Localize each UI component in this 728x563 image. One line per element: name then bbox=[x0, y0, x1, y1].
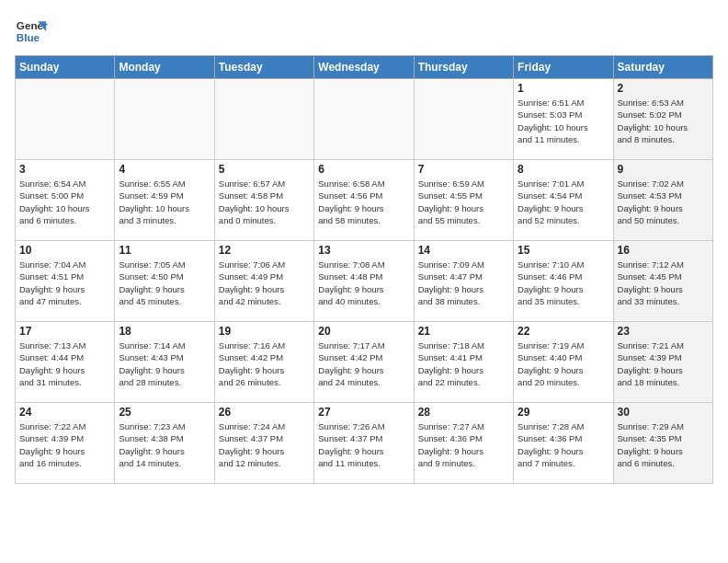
day-info: Sunrise: 7:27 AM Sunset: 4:36 PM Dayligh… bbox=[418, 420, 509, 469]
calendar-cell: 21Sunrise: 7:18 AM Sunset: 4:41 PM Dayli… bbox=[414, 322, 513, 403]
day-info: Sunrise: 7:28 AM Sunset: 4:36 PM Dayligh… bbox=[518, 420, 609, 469]
page-header: General Blue bbox=[15, 15, 713, 48]
calendar-cell: 17Sunrise: 7:13 AM Sunset: 4:44 PM Dayli… bbox=[16, 322, 115, 403]
calendar-cell bbox=[115, 79, 214, 160]
day-info: Sunrise: 7:04 AM Sunset: 4:51 PM Dayligh… bbox=[19, 259, 110, 307]
weekday-header-thursday: Thursday bbox=[414, 56, 513, 79]
day-number: 14 bbox=[418, 244, 509, 257]
weekday-header-saturday: Saturday bbox=[613, 56, 712, 79]
calendar-week-row: 24Sunrise: 7:22 AM Sunset: 4:39 PM Dayli… bbox=[16, 403, 713, 484]
calendar-cell bbox=[16, 79, 115, 160]
calendar-cell: 25Sunrise: 7:23 AM Sunset: 4:38 PM Dayli… bbox=[115, 403, 214, 484]
day-info: Sunrise: 7:22 AM Sunset: 4:39 PM Dayligh… bbox=[19, 420, 110, 469]
day-number: 22 bbox=[518, 325, 609, 338]
day-info: Sunrise: 7:24 AM Sunset: 4:37 PM Dayligh… bbox=[219, 420, 310, 469]
day-number: 2 bbox=[618, 82, 709, 95]
day-info: Sunrise: 6:51 AM Sunset: 5:03 PM Dayligh… bbox=[518, 97, 609, 145]
day-number: 30 bbox=[618, 406, 709, 419]
day-number: 8 bbox=[518, 163, 609, 176]
weekday-header-monday: Monday bbox=[115, 56, 214, 79]
day-number: 19 bbox=[219, 325, 310, 338]
day-info: Sunrise: 7:14 AM Sunset: 4:43 PM Dayligh… bbox=[119, 339, 210, 388]
calendar-cell: 24Sunrise: 7:22 AM Sunset: 4:39 PM Dayli… bbox=[16, 403, 115, 484]
day-info: Sunrise: 7:18 AM Sunset: 4:41 PM Dayligh… bbox=[418, 339, 509, 388]
calendar-week-row: 17Sunrise: 7:13 AM Sunset: 4:44 PM Dayli… bbox=[16, 322, 713, 403]
day-number: 25 bbox=[119, 406, 210, 419]
weekday-header-sunday: Sunday bbox=[16, 56, 115, 79]
calendar-week-row: 3Sunrise: 6:54 AM Sunset: 5:00 PM Daylig… bbox=[16, 160, 713, 241]
day-info: Sunrise: 6:57 AM Sunset: 4:58 PM Dayligh… bbox=[219, 178, 310, 226]
weekday-header-tuesday: Tuesday bbox=[214, 56, 313, 79]
calendar-week-row: 10Sunrise: 7:04 AM Sunset: 4:51 PM Dayli… bbox=[16, 241, 713, 322]
day-info: Sunrise: 6:53 AM Sunset: 5:02 PM Dayligh… bbox=[618, 97, 709, 145]
day-number: 16 bbox=[618, 244, 709, 257]
calendar-cell bbox=[314, 79, 414, 160]
day-number: 9 bbox=[618, 163, 709, 176]
day-number: 7 bbox=[418, 163, 509, 176]
svg-text:Blue: Blue bbox=[17, 31, 40, 43]
calendar-cell: 2Sunrise: 6:53 AM Sunset: 5:02 PM Daylig… bbox=[613, 79, 712, 160]
day-number: 12 bbox=[219, 244, 310, 257]
day-number: 23 bbox=[618, 325, 709, 338]
calendar-cell: 15Sunrise: 7:10 AM Sunset: 4:46 PM Dayli… bbox=[514, 241, 613, 322]
day-number: 26 bbox=[219, 406, 310, 419]
logo-icon: General Blue bbox=[15, 15, 48, 48]
day-number: 4 bbox=[119, 163, 210, 176]
day-info: Sunrise: 7:13 AM Sunset: 4:44 PM Dayligh… bbox=[19, 339, 110, 388]
day-number: 18 bbox=[119, 325, 210, 338]
day-info: Sunrise: 6:58 AM Sunset: 4:56 PM Dayligh… bbox=[318, 178, 409, 226]
day-number: 5 bbox=[219, 163, 310, 176]
day-info: Sunrise: 7:29 AM Sunset: 4:35 PM Dayligh… bbox=[618, 420, 709, 469]
calendar-cell: 12Sunrise: 7:06 AM Sunset: 4:49 PM Dayli… bbox=[214, 241, 313, 322]
logo: General Blue bbox=[15, 15, 48, 48]
calendar-cell: 13Sunrise: 7:08 AM Sunset: 4:48 PM Dayli… bbox=[314, 241, 414, 322]
day-number: 29 bbox=[518, 406, 609, 419]
calendar-cell: 23Sunrise: 7:21 AM Sunset: 4:39 PM Dayli… bbox=[613, 322, 712, 403]
calendar-cell: 1Sunrise: 6:51 AM Sunset: 5:03 PM Daylig… bbox=[514, 79, 613, 160]
calendar-cell: 6Sunrise: 6:58 AM Sunset: 4:56 PM Daylig… bbox=[314, 160, 414, 241]
calendar-cell bbox=[214, 79, 313, 160]
day-number: 21 bbox=[418, 325, 509, 338]
day-info: Sunrise: 7:05 AM Sunset: 4:50 PM Dayligh… bbox=[119, 259, 210, 307]
calendar-week-row: 1Sunrise: 6:51 AM Sunset: 5:03 PM Daylig… bbox=[16, 79, 713, 160]
calendar-cell: 22Sunrise: 7:19 AM Sunset: 4:40 PM Dayli… bbox=[514, 322, 613, 403]
day-number: 1 bbox=[518, 82, 609, 95]
day-number: 3 bbox=[19, 163, 110, 176]
day-number: 17 bbox=[19, 325, 110, 338]
day-number: 27 bbox=[318, 406, 409, 419]
calendar-cell: 28Sunrise: 7:27 AM Sunset: 4:36 PM Dayli… bbox=[414, 403, 513, 484]
day-info: Sunrise: 6:54 AM Sunset: 5:00 PM Dayligh… bbox=[19, 178, 110, 226]
day-number: 24 bbox=[19, 406, 110, 419]
calendar-cell: 7Sunrise: 6:59 AM Sunset: 4:55 PM Daylig… bbox=[414, 160, 513, 241]
day-info: Sunrise: 6:55 AM Sunset: 4:59 PM Dayligh… bbox=[119, 178, 210, 226]
day-info: Sunrise: 7:08 AM Sunset: 4:48 PM Dayligh… bbox=[318, 259, 409, 307]
day-info: Sunrise: 7:23 AM Sunset: 4:38 PM Dayligh… bbox=[119, 420, 210, 469]
day-info: Sunrise: 7:17 AM Sunset: 4:42 PM Dayligh… bbox=[318, 339, 409, 388]
calendar-cell: 27Sunrise: 7:26 AM Sunset: 4:37 PM Dayli… bbox=[314, 403, 414, 484]
day-info: Sunrise: 7:09 AM Sunset: 4:47 PM Dayligh… bbox=[418, 259, 509, 307]
calendar-cell: 18Sunrise: 7:14 AM Sunset: 4:43 PM Dayli… bbox=[115, 322, 214, 403]
calendar-cell: 30Sunrise: 7:29 AM Sunset: 4:35 PM Dayli… bbox=[613, 403, 712, 484]
day-number: 20 bbox=[318, 325, 409, 338]
calendar-table: SundayMondayTuesdayWednesdayThursdayFrid… bbox=[15, 55, 713, 484]
day-info: Sunrise: 6:59 AM Sunset: 4:55 PM Dayligh… bbox=[418, 178, 509, 226]
day-number: 13 bbox=[318, 244, 409, 257]
calendar-cell: 20Sunrise: 7:17 AM Sunset: 4:42 PM Dayli… bbox=[314, 322, 414, 403]
day-info: Sunrise: 7:21 AM Sunset: 4:39 PM Dayligh… bbox=[618, 339, 709, 388]
calendar-cell: 29Sunrise: 7:28 AM Sunset: 4:36 PM Dayli… bbox=[514, 403, 613, 484]
day-info: Sunrise: 7:16 AM Sunset: 4:42 PM Dayligh… bbox=[219, 339, 310, 388]
weekday-header-friday: Friday bbox=[514, 56, 613, 79]
day-info: Sunrise: 7:10 AM Sunset: 4:46 PM Dayligh… bbox=[518, 259, 609, 307]
day-info: Sunrise: 7:12 AM Sunset: 4:45 PM Dayligh… bbox=[618, 259, 709, 307]
day-number: 28 bbox=[418, 406, 509, 419]
day-number: 10 bbox=[19, 244, 110, 257]
calendar-cell: 10Sunrise: 7:04 AM Sunset: 4:51 PM Dayli… bbox=[16, 241, 115, 322]
weekday-header-wednesday: Wednesday bbox=[314, 56, 414, 79]
calendar-cell: 19Sunrise: 7:16 AM Sunset: 4:42 PM Dayli… bbox=[214, 322, 313, 403]
day-info: Sunrise: 7:26 AM Sunset: 4:37 PM Dayligh… bbox=[318, 420, 409, 469]
calendar-cell: 9Sunrise: 7:02 AM Sunset: 4:53 PM Daylig… bbox=[613, 160, 712, 241]
calendar-cell: 11Sunrise: 7:05 AM Sunset: 4:50 PM Dayli… bbox=[115, 241, 214, 322]
calendar-cell: 3Sunrise: 6:54 AM Sunset: 5:00 PM Daylig… bbox=[16, 160, 115, 241]
day-number: 11 bbox=[119, 244, 210, 257]
day-info: Sunrise: 7:02 AM Sunset: 4:53 PM Dayligh… bbox=[618, 178, 709, 226]
